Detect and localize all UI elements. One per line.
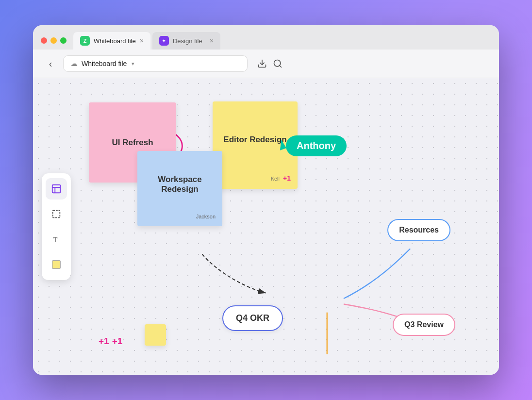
whiteboard-tab-label: Whiteboard file bbox=[94, 37, 136, 45]
svg-rect-10 bbox=[52, 260, 61, 268]
sticky-yellow-author: Kell +1 bbox=[219, 174, 291, 182]
node-q3review[interactable]: Q3 Review bbox=[393, 314, 455, 336]
anthony-label: Anthony bbox=[286, 135, 347, 156]
sticky-note-small-yellow[interactable] bbox=[145, 324, 166, 346]
minimize-button[interactable] bbox=[50, 37, 57, 44]
design-tab-icon: ✦ bbox=[159, 36, 169, 46]
toolbar-actions bbox=[257, 59, 283, 68]
cursor-icon bbox=[277, 139, 286, 150]
canvas-area[interactable]: T UI Refresh Editor Redesign Kell +1 Wor… bbox=[33, 78, 499, 375]
svg-line-2 bbox=[280, 66, 282, 67]
sticky-note-blue[interactable]: Workspace Redesign Jackson bbox=[137, 151, 222, 226]
search-button[interactable] bbox=[273, 59, 283, 68]
text-tool-button[interactable]: T bbox=[46, 229, 67, 250]
frame-tool-button[interactable] bbox=[46, 178, 67, 200]
chevron-down-icon: ▾ bbox=[132, 61, 134, 67]
left-toolbar: T bbox=[42, 173, 71, 280]
svg-rect-8 bbox=[53, 210, 60, 217]
svg-rect-5 bbox=[52, 184, 61, 193]
node-q4okr[interactable]: Q4 OKR bbox=[222, 305, 283, 331]
maximize-button[interactable] bbox=[60, 37, 66, 44]
design-tab-close[interactable]: × bbox=[210, 37, 214, 44]
sticky-tool-button[interactable] bbox=[46, 254, 67, 275]
tab-whiteboard[interactable]: Z Whiteboard file × bbox=[73, 32, 150, 50]
close-button[interactable] bbox=[41, 37, 47, 44]
cursor-group: Anthony bbox=[278, 135, 347, 156]
browser-window: Z Whiteboard file × ✦ Design file × ‹ ☁ … bbox=[33, 25, 499, 375]
plus-badge-2: +1 bbox=[112, 336, 123, 347]
file-name-label: Whiteboard file bbox=[82, 60, 127, 67]
back-button[interactable]: ‹ bbox=[43, 56, 58, 71]
download-button[interactable] bbox=[257, 59, 267, 68]
sticky-blue-author: Jackson bbox=[144, 214, 216, 219]
svg-text:T: T bbox=[53, 235, 58, 243]
cloud-icon: ☁ bbox=[70, 59, 78, 68]
back-icon: ‹ bbox=[49, 58, 52, 69]
whiteboard-tab-close[interactable]: × bbox=[140, 37, 144, 44]
design-tab-label: Design file bbox=[173, 37, 202, 45]
traffic-lights bbox=[41, 37, 66, 50]
crop-tool-button[interactable] bbox=[46, 203, 67, 225]
plus-badges-area: +1 +1 bbox=[99, 336, 122, 347]
sticky-blue-text: Workspace Redesign bbox=[144, 158, 216, 211]
plus-badge-1: +1 bbox=[99, 336, 109, 347]
address-bar[interactable]: ☁ Whiteboard file ▾ bbox=[63, 55, 248, 72]
toolbar: ‹ ☁ Whiteboard file ▾ bbox=[33, 50, 499, 78]
tab-design[interactable]: ✦ Design file × bbox=[152, 32, 220, 50]
whiteboard-tab-icon: Z bbox=[80, 36, 90, 46]
node-resources[interactable]: Resources bbox=[387, 219, 450, 241]
title-bar: Z Whiteboard file × ✦ Design file × bbox=[33, 25, 499, 50]
